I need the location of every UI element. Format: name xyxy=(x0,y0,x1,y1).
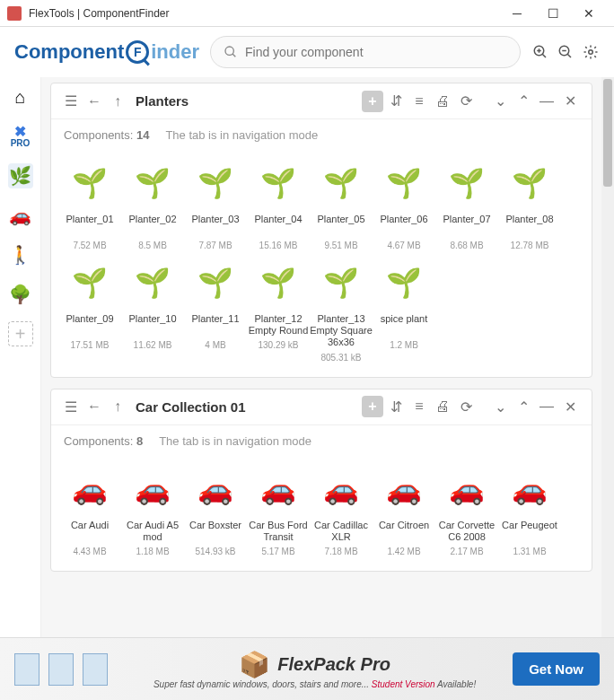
component-item[interactable]: 🚗Car Cadillac XLR7.18 MB xyxy=(310,464,373,556)
up-icon[interactable]: ↑ xyxy=(107,396,128,417)
back-icon[interactable]: ← xyxy=(83,396,105,417)
search-box[interactable] xyxy=(210,36,521,68)
item-name: Car Citroen xyxy=(373,520,435,543)
close-button[interactable]: ✕ xyxy=(571,1,607,26)
sidebar-cars-icon[interactable]: 🚗 xyxy=(8,203,33,228)
scrollbar[interactable] xyxy=(601,77,614,637)
component-item[interactable]: 🌱Planter_12 Empty Round130.29 kB xyxy=(247,258,310,363)
item-name: spice plant xyxy=(373,313,435,337)
add-button[interactable]: + xyxy=(362,396,383,417)
print-icon[interactable]: 🖨 xyxy=(432,91,453,112)
item-size: 1.31 MB xyxy=(498,547,561,556)
footer-mid: 📦 FlexPack Pro Super fast dynamic window… xyxy=(117,650,513,689)
sidebar-trees-icon[interactable]: 🌳 xyxy=(8,282,33,307)
home-icon[interactable]: ⌂ xyxy=(8,84,33,109)
settings-gear-icon[interactable] xyxy=(582,43,600,61)
thumbnail: 🌱 xyxy=(127,158,178,208)
expand-icon[interactable]: ⌄ xyxy=(489,91,511,112)
component-item[interactable]: 🚗Car Corvette C6 20082.17 MB xyxy=(435,464,498,556)
expand-icon[interactable]: ⌄ xyxy=(489,396,511,417)
item-name: Planter_01 xyxy=(58,214,121,237)
thumbnail: 🌱 xyxy=(253,158,303,208)
item-name: Planter_06 xyxy=(373,214,435,237)
scrollbar-thumb[interactable] xyxy=(603,79,612,187)
sort-icon[interactable]: ≡ xyxy=(408,91,430,112)
minimize-icon[interactable]: — xyxy=(536,396,557,417)
component-item[interactable]: 🌱Planter_037.87 MB xyxy=(184,158,247,250)
close-panel-icon[interactable]: ✕ xyxy=(559,396,581,417)
component-item[interactable]: 🌱Planter_1011.62 MB xyxy=(121,258,184,363)
meta-label: Components: xyxy=(64,434,136,448)
maximize-button[interactable]: ☐ xyxy=(535,1,571,26)
item-name: Planter_04 xyxy=(247,214,310,237)
panel: ☰←↑Car Collection 01+⇵≡🖨⟳⌄⌃—✕Components:… xyxy=(50,389,592,572)
component-item[interactable]: 🌱Planter_114 MB xyxy=(184,258,247,363)
collapse-icon[interactable]: ⌃ xyxy=(513,91,534,112)
item-name: Car Cadillac XLR xyxy=(310,520,373,543)
component-item[interactable]: 🌱Planter_059.51 MB xyxy=(310,158,373,250)
component-item[interactable]: 🌱Planter_017.52 MB xyxy=(58,158,121,250)
item-size: 1.18 MB xyxy=(121,547,184,556)
thumbnail: 🌱 xyxy=(379,258,429,308)
refresh-icon[interactable]: ⟳ xyxy=(455,396,477,417)
minimize-button[interactable]: ─ xyxy=(499,1,535,26)
component-item[interactable]: 🚗Car Boxster514.93 kB xyxy=(184,464,247,556)
component-item[interactable]: 🌱Planter_064.67 MB xyxy=(373,158,435,250)
search-input[interactable] xyxy=(245,45,507,59)
component-item[interactable]: 🚗Car Audi A5 mod1.18 MB xyxy=(121,464,184,556)
component-item[interactable]: 🌱Planter_028.5 MB xyxy=(121,158,184,250)
nav-mode: The tab is in navigation mode xyxy=(165,128,318,142)
list-icon[interactable]: ☰ xyxy=(60,396,82,417)
component-item[interactable]: 🚗Car Citroen1.42 MB xyxy=(373,464,435,556)
sidebar-people-icon[interactable]: 🚶 xyxy=(8,242,33,267)
sidebar-add-button[interactable]: + xyxy=(8,321,33,346)
component-item[interactable]: 🚗Car Bus Ford Transit5.17 MB xyxy=(247,464,310,556)
up-icon[interactable]: ↑ xyxy=(107,91,128,112)
item-name: Planter_10 xyxy=(121,313,184,337)
sidebar-planters-icon[interactable]: 🌿 xyxy=(8,163,33,188)
thumbnail: 🌱 xyxy=(65,258,115,308)
brand-part1: Component xyxy=(14,40,124,64)
component-item[interactable]: 🚗Car Peugeot1.31 MB xyxy=(498,464,561,556)
svg-line-3 xyxy=(542,54,546,57)
window-title: FlexTools | ComponentFinder xyxy=(29,7,499,20)
item-size: 15.16 MB xyxy=(247,241,310,250)
component-item[interactable]: 🌱Planter_078.68 MB xyxy=(435,158,498,250)
sort-icon[interactable]: ≡ xyxy=(408,396,430,417)
get-now-button[interactable]: Get Now xyxy=(513,652,600,686)
pro-icon[interactable]: ✖PRO xyxy=(8,124,33,149)
refresh-icon[interactable]: ⟳ xyxy=(455,91,477,112)
minimize-icon[interactable]: — xyxy=(536,91,557,112)
item-size: 8.5 MB xyxy=(121,241,184,250)
item-size: 12.78 MB xyxy=(498,241,561,250)
list-icon[interactable]: ☰ xyxy=(60,91,82,112)
close-panel-icon[interactable]: ✕ xyxy=(559,91,581,112)
item-name: Car Boxster xyxy=(184,520,247,543)
component-item[interactable]: 🌱Planter_0415.16 MB xyxy=(247,158,310,250)
panel-meta: Components: 8The tab is in navigation mo… xyxy=(51,425,592,457)
tree-icon[interactable]: ⇵ xyxy=(385,91,407,112)
component-item[interactable]: 🌱spice plant1.2 MB xyxy=(373,258,435,363)
nav-mode: The tab is in navigation mode xyxy=(159,434,311,448)
component-item[interactable]: 🌱Planter_13 Empty Square 36x36805.31 kB xyxy=(310,258,373,363)
component-item[interactable]: 🚗Car Audi4.43 MB xyxy=(58,464,121,556)
print-icon[interactable]: 🖨 xyxy=(432,396,453,417)
svg-line-7 xyxy=(567,54,571,57)
back-icon[interactable]: ← xyxy=(83,91,105,112)
item-size: 5.17 MB xyxy=(247,547,310,556)
meta-label: Components: xyxy=(64,128,136,142)
zoom-out-icon[interactable] xyxy=(557,43,575,61)
item-size: 4.43 MB xyxy=(58,547,121,556)
top-icons xyxy=(531,43,600,61)
item-size: 1.42 MB xyxy=(373,547,435,556)
panel-title: Planters xyxy=(136,93,362,109)
component-item[interactable]: 🌱Planter_0812.78 MB xyxy=(498,158,561,250)
collapse-icon[interactable]: ⌃ xyxy=(513,396,534,417)
item-size: 2.17 MB xyxy=(435,547,498,556)
thumbnail: 🌱 xyxy=(65,158,115,208)
tree-icon[interactable]: ⇵ xyxy=(385,396,407,417)
item-name: Car Peugeot xyxy=(498,520,561,543)
component-item[interactable]: 🌱Planter_0917.51 MB xyxy=(58,258,121,363)
add-button[interactable]: + xyxy=(362,91,383,112)
zoom-in-icon[interactable] xyxy=(531,43,549,61)
